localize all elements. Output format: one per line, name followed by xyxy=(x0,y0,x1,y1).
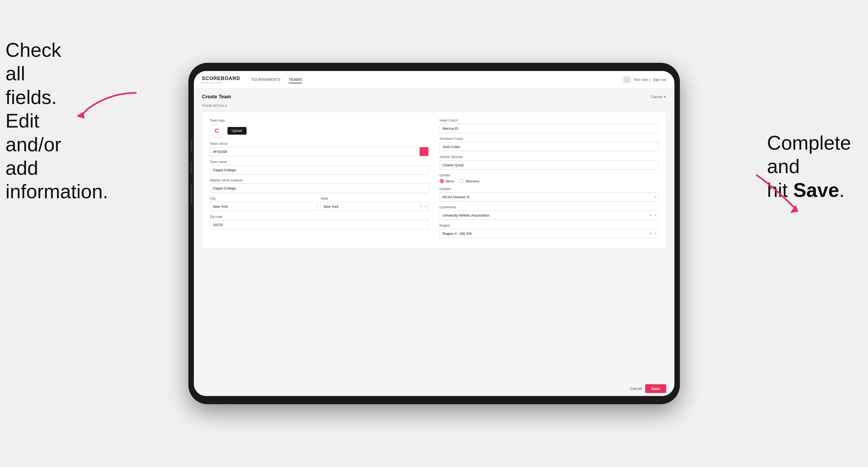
form-grid: Team logo C Upload Team colour xyxy=(210,119,658,242)
athletic-director-input[interactable] xyxy=(440,160,658,169)
volume-up-button[interactable] xyxy=(191,139,192,153)
assistant-coach-label: Assistant Coach xyxy=(440,137,658,141)
state-label: State xyxy=(320,197,429,200)
region-clear-icon[interactable]: ✕ xyxy=(649,231,652,236)
annotation-left-line2: Edit and/or add xyxy=(5,109,82,180)
state-select-wrapper: New York ✕ ▾ xyxy=(320,202,429,211)
head-coach-label: Head Coach xyxy=(440,119,658,122)
nav-username: Test User | xyxy=(633,77,650,82)
nav-tournaments[interactable]: TOURNAMENTS xyxy=(251,76,281,83)
team-colour-label: Team colour xyxy=(210,142,429,146)
display-name-field: Display name (unique) xyxy=(210,178,429,193)
main-content: Create Team Cancel ✕ TEAM DETAILS Team l… xyxy=(194,89,674,381)
athletic-director-label: Athletic Director xyxy=(440,155,658,159)
athletic-director-field: Athletic Director xyxy=(440,155,658,169)
form-panel: Team logo C Upload Team colour xyxy=(202,112,666,249)
annotation-right-line2: hit Save. xyxy=(767,178,863,202)
form-left: Team logo C Upload Team colour xyxy=(210,119,429,242)
head-coach-input[interactable] xyxy=(440,124,658,133)
gender-mens-radio[interactable] xyxy=(440,179,444,183)
city-label: City xyxy=(210,197,318,200)
conference-clear-icon[interactable]: ✕ xyxy=(649,213,652,217)
color-input-row xyxy=(210,147,429,156)
city-input[interactable] xyxy=(210,202,318,211)
zip-field: Zip code xyxy=(210,215,429,229)
assistant-coach-field: Assistant Coach xyxy=(440,137,658,151)
region-label: Region xyxy=(440,224,658,227)
team-logo-field: Team logo C Upload xyxy=(210,119,429,138)
division-label: Division xyxy=(440,187,658,191)
section-label: TEAM DETAILS xyxy=(202,104,666,107)
team-name-field: Team name xyxy=(210,160,429,175)
page-title: Create Team xyxy=(202,94,231,100)
zip-input[interactable] xyxy=(210,220,429,229)
gender-mens-option[interactable]: Mens xyxy=(440,179,454,183)
team-name-label: Team name xyxy=(210,160,429,164)
conference-select-wrapper: University Athletic Association ✕ ▾ xyxy=(440,211,658,220)
division-field: Division NCAA Division III ▾ xyxy=(440,187,658,201)
footer-bar: Cancel Save xyxy=(194,381,674,396)
display-name-input[interactable] xyxy=(210,184,429,193)
team-colour-input[interactable] xyxy=(210,147,417,156)
gender-womens-option[interactable]: Womens xyxy=(460,179,479,183)
head-coach-field: Head Coach xyxy=(440,119,658,133)
gender-womens-radio[interactable] xyxy=(460,179,464,183)
annotation-left-line1: Check all fields. xyxy=(5,38,82,109)
conference-label: Conference xyxy=(440,206,658,209)
state-select[interactable]: New York xyxy=(320,202,429,211)
city-state-row: City State New York ✕ ▾ xyxy=(210,197,429,211)
power-button[interactable] xyxy=(191,183,192,205)
annotation-left: Check all fields. Edit and/or add inform… xyxy=(5,38,82,204)
team-logo-label: Team logo xyxy=(210,119,429,122)
division-select[interactable]: NCAA Division III xyxy=(440,192,658,201)
display-name-label: Display name (unique) xyxy=(210,178,429,182)
assistant-coach-input[interactable] xyxy=(440,142,658,151)
navbar: SCOREBOARD Powered by clippd TOURNAMENTS… xyxy=(194,71,674,89)
page-header: Create Team Cancel ✕ xyxy=(202,94,666,100)
city-field: City xyxy=(210,197,318,211)
nav-right: Test User | Sign out xyxy=(623,76,666,84)
team-logo-circle: C xyxy=(210,124,224,138)
zip-label: Zip code xyxy=(210,215,429,219)
signout-button[interactable]: Sign out xyxy=(653,77,666,82)
region-select[interactable]: Region II - (M) DIII xyxy=(440,229,658,238)
conference-field: Conference University Athletic Associati… xyxy=(440,206,658,220)
division-dropdown-wrapper: NCAA Division III ▾ xyxy=(440,192,658,201)
logo-subtitle: Powered by clippd xyxy=(202,82,240,84)
team-name-input[interactable] xyxy=(210,165,429,175)
logo-upload-area: C Upload xyxy=(210,124,429,138)
conference-select[interactable]: University Athletic Association xyxy=(440,211,658,220)
gender-label: Gender xyxy=(440,174,658,177)
tablet-screen: SCOREBOARD Powered by clippd TOURNAMENTS… xyxy=(194,71,674,396)
tablet-frame: SCOREBOARD Powered by clippd TOURNAMENTS… xyxy=(188,63,680,404)
svg-marker-1 xyxy=(790,205,798,213)
region-field: Region Region II - (M) DIII ✕ ▾ xyxy=(440,224,658,238)
gender-field: Gender Mens Womens xyxy=(440,174,658,183)
nav-links: TOURNAMENTS TEAMS xyxy=(251,76,623,83)
state-clear-icon[interactable]: ✕ xyxy=(420,205,422,208)
form-right: Head Coach Assistant Coach Athletic Dire… xyxy=(440,119,658,242)
annotation-right-line1: Complete and xyxy=(767,131,863,178)
gender-radio-group: Mens Womens xyxy=(440,179,658,183)
cancel-top-button[interactable]: Cancel ✕ xyxy=(651,95,666,99)
app-logo: SCOREBOARD xyxy=(202,76,240,82)
color-swatch[interactable] xyxy=(420,147,429,156)
cancel-footer-button[interactable]: Cancel xyxy=(630,386,642,391)
region-select-wrapper: Region II - (M) DIII ✕ ▾ xyxy=(440,229,658,238)
upload-button[interactable]: Upload xyxy=(227,127,247,135)
annotation-right: Complete and hit Save. xyxy=(767,131,863,202)
annotation-left-line3: information. xyxy=(5,180,82,203)
volume-down-button[interactable] xyxy=(191,161,192,175)
team-colour-field: Team colour xyxy=(210,142,429,156)
logo-area: SCOREBOARD Powered by clippd xyxy=(202,76,240,84)
user-avatar xyxy=(623,76,631,84)
state-field: State New York ✕ ▾ xyxy=(320,197,429,211)
save-button[interactable]: Save xyxy=(645,384,666,393)
nav-teams[interactable]: TEAMS xyxy=(289,76,302,83)
